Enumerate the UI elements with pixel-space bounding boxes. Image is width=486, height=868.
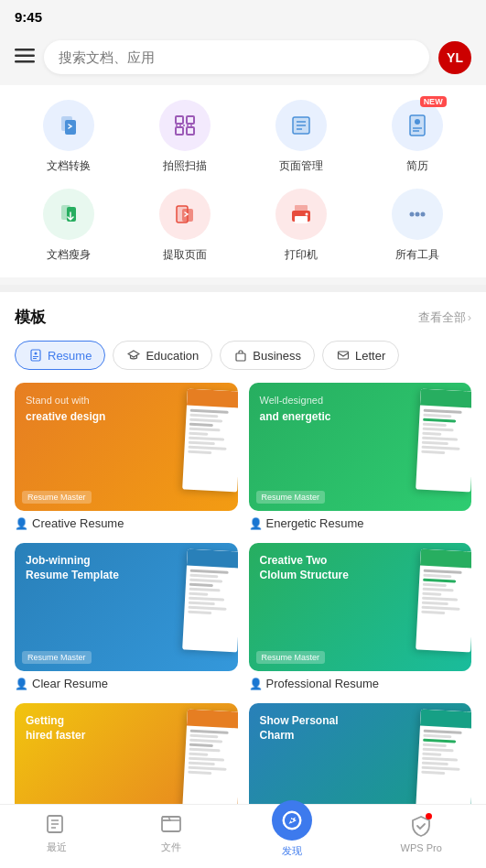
tool-label-scan: 拍照扫描 <box>163 158 207 174</box>
search-input[interactable] <box>44 40 429 74</box>
template-card-0[interactable]: Stand out with creative design <box>15 383 238 532</box>
template-img-2: Job-winning Resume Template <box>15 543 238 671</box>
svg-rect-27 <box>295 216 308 223</box>
tool-page-manage[interactable]: 页面管理 <box>247 100 356 174</box>
tool-resume[interactable]: NEW 简历 <box>362 100 471 174</box>
printer-icon-wrapper <box>275 189 327 240</box>
tool-label-all-tools: 所有工具 <box>395 247 439 263</box>
tool-label-doc-convert: 文档转换 <box>47 158 91 174</box>
nav-discover[interactable]: 发现 <box>272 808 312 858</box>
recent-nav-icon <box>44 811 70 837</box>
wps-pro-dot <box>426 813 432 819</box>
all-tools-icon <box>405 201 430 227</box>
template-grid: Stand out with creative design <box>15 383 471 852</box>
page-manage-icon-wrapper <box>275 100 327 151</box>
tab-business-label: Business <box>253 349 301 363</box>
resume-master-badge-3: Resume Master <box>256 651 326 664</box>
new-badge: NEW <box>420 96 447 107</box>
template-name-0: 👤 Creative Resume <box>15 511 238 532</box>
tool-label-page-manage: 页面管理 <box>279 158 323 174</box>
mini-resume-2 <box>182 549 238 653</box>
template-name-1: 👤 Energetic Resume <box>249 511 472 532</box>
template-overlay-text-0: Stand out with creative design <box>26 394 105 425</box>
template-card-1[interactable]: Well-designed and energetic <box>249 383 472 532</box>
letter-tab-icon <box>336 348 351 363</box>
category-tabs: Resume Education Business <box>15 341 471 370</box>
nav-recent[interactable]: 最近 <box>44 811 70 854</box>
svg-point-44 <box>291 819 294 822</box>
svg-rect-5 <box>176 116 183 124</box>
svg-rect-24 <box>182 209 193 222</box>
resume-tab-icon <box>28 348 43 363</box>
tab-education[interactable]: Education <box>113 341 212 370</box>
svg-rect-42 <box>162 817 180 831</box>
nav-wps-pro-label: WPS Pro <box>401 842 442 853</box>
tool-doc-slim[interactable]: 文档瘦身 <box>15 189 124 263</box>
tab-education-label: Education <box>146 349 199 363</box>
svg-rect-15 <box>410 115 425 136</box>
nav-wps-pro[interactable]: WPS Pro <box>401 813 442 853</box>
mini-resume-1 <box>416 389 471 493</box>
tab-resume[interactable]: Resume <box>15 341 105 370</box>
view-all-button[interactable]: 查看全部 › <box>418 309 471 326</box>
svg-rect-6 <box>187 116 194 124</box>
resume-master-badge-2: Resume Master <box>22 651 92 664</box>
template-overlay-text-1: Well-designed and energetic <box>260 394 331 425</box>
page-manage-icon <box>288 113 314 138</box>
nav-files-label: 文件 <box>161 841 181 854</box>
tab-resume-label: Resume <box>48 349 92 363</box>
extract-icon <box>172 201 198 227</box>
template-card-inner-1: Well-designed and energetic <box>249 383 472 511</box>
tool-scan[interactable]: 拍照扫描 <box>131 100 240 174</box>
business-tab-icon <box>233 348 248 363</box>
svg-rect-36 <box>236 353 245 361</box>
svg-point-30 <box>415 212 419 217</box>
nav-recent-label: 最近 <box>47 841 67 854</box>
svg-rect-7 <box>176 127 183 135</box>
tool-doc-convert[interactable]: 文档转换 <box>15 100 124 174</box>
resume-master-badge-0: Resume Master <box>22 491 92 504</box>
tools-grid: 文档转换 拍照扫描 <box>15 100 471 263</box>
view-all-arrow-icon: › <box>468 310 471 324</box>
svg-rect-2 <box>15 60 35 63</box>
mini-resume-3 <box>416 549 471 653</box>
svg-point-31 <box>420 212 425 217</box>
nav-discover-label: 发现 <box>282 844 302 858</box>
printer-icon <box>288 201 314 227</box>
tab-letter[interactable]: Letter <box>322 341 399 370</box>
template-img-3: Creative Two Clolum Structure <box>249 543 472 671</box>
tool-extract[interactable]: 提取页面 <box>131 189 240 263</box>
doc-slim-icon <box>56 201 81 227</box>
header: YL <box>0 33 486 85</box>
tab-business[interactable]: Business <box>220 341 315 370</box>
education-tab-icon <box>126 348 141 363</box>
mini-resume-4 <box>182 710 238 813</box>
mini-resume-0 <box>182 389 238 493</box>
tool-printer[interactable]: 打印机 <box>247 189 356 263</box>
template-card-inner-3: Creative Two Clolum Structure <box>249 543 472 671</box>
doc-convert-icon-wrapper <box>43 100 94 151</box>
scan-icon-wrapper <box>159 100 211 151</box>
template-overlay-text-2: Job-winning Resume Template <box>26 554 119 582</box>
svg-point-33 <box>35 353 38 355</box>
doc-convert-icon <box>56 113 81 138</box>
resume-master-badge-1: Resume Master <box>256 491 326 504</box>
hamburger-menu[interactable] <box>15 47 35 68</box>
section-title: 模板 <box>15 307 46 328</box>
svg-rect-8 <box>187 127 194 135</box>
svg-point-29 <box>409 212 414 217</box>
svg-rect-37 <box>339 352 349 359</box>
nav-files[interactable]: 文件 <box>158 811 184 854</box>
section-header: 模板 查看全部 › <box>15 307 471 328</box>
tab-letter-label: Letter <box>355 349 385 363</box>
tool-label-extract: 提取页面 <box>163 247 207 263</box>
tools-section: 文档转换 拍照扫描 <box>0 85 486 277</box>
template-card-2[interactable]: Job-winning Resume Template <box>15 543 238 692</box>
template-name-2: 👤 Clear Resume <box>15 671 238 692</box>
tool-all-tools[interactable]: 所有工具 <box>362 189 471 263</box>
wps-pro-nav-icon <box>408 813 434 839</box>
template-card-3[interactable]: Creative Two Clolum Structure <box>249 543 472 692</box>
mini-resume-5 <box>416 710 471 813</box>
section-divider <box>0 285 486 292</box>
avatar[interactable]: YL <box>438 41 471 74</box>
